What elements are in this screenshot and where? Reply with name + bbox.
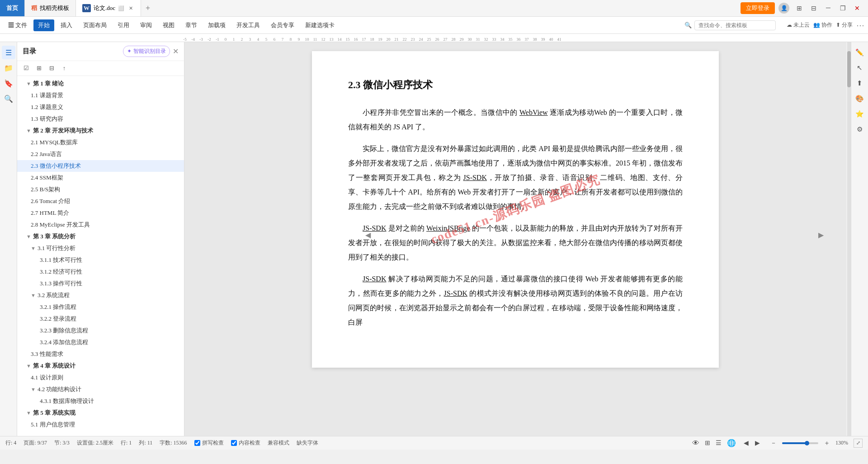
- toc-item-5-1[interactable]: 5.1 用户信息管理: [17, 419, 184, 431]
- next-page-button[interactable]: ▶: [753, 439, 762, 447]
- toc-move-up[interactable]: ↑: [59, 63, 70, 74]
- right-star-icon[interactable]: ⭐: [853, 107, 867, 121]
- toc-item-3-2-3[interactable]: 3.2.3 删除信息流程: [17, 325, 184, 336]
- toc-item-2-3[interactable]: 2.3 微信小程序技术: [17, 160, 184, 172]
- toc-item-2-8[interactable]: 2.8 MyEclipse 开发工具: [17, 219, 184, 231]
- status-view-grid[interactable]: ⊞: [705, 439, 710, 447]
- fullscreen-button[interactable]: ⤢: [854, 439, 863, 448]
- toc-item-ch3[interactable]: ▼ 第 3 章 系统分析: [17, 231, 184, 242]
- more-options-button[interactable]: ⋯: [856, 20, 864, 30]
- ai-toc-button[interactable]: ✦ 智能识别目录: [123, 46, 170, 57]
- doc-area[interactable]: ◀ code51.cn-源码乐园 盗图必究 2.3 微信小程序技术 小程序并非凭…: [184, 42, 846, 436]
- toc-item-3-1-2[interactable]: 3.1.2 经济可行性: [17, 266, 184, 278]
- prev-page-button[interactable]: ◀: [741, 439, 751, 447]
- ribbon-addons[interactable]: 加载项: [203, 19, 230, 31]
- ribbon-review[interactable]: 审阅: [136, 19, 156, 31]
- right-cursor-icon[interactable]: ↖: [853, 61, 867, 75]
- scrollbar-thumb[interactable]: [847, 51, 851, 87]
- ribbon-reference[interactable]: 引用: [113, 19, 134, 31]
- zoom-slider[interactable]: [782, 442, 818, 444]
- register-button[interactable]: 立即登录: [741, 2, 775, 14]
- scroll-right-button[interactable]: ▶: [818, 231, 824, 239]
- toc-item-3-2[interactable]: ▼ 3.2 系统流程: [17, 289, 184, 301]
- ribbon-newtab[interactable]: 新建选项卡: [301, 19, 339, 31]
- toc-item-ch4[interactable]: ▼ 第 4 章 系统设计: [17, 360, 184, 372]
- ribbon-view[interactable]: 视图: [158, 19, 179, 31]
- sidebar-toc-icon[interactable]: ☰: [2, 46, 15, 59]
- zoom-thumb[interactable]: [805, 441, 809, 445]
- ribbon-chapter[interactable]: 章节: [181, 19, 202, 31]
- toc-item-3-1-3[interactable]: 3.1.3 操作可行性: [17, 278, 184, 289]
- toc-item-3-3[interactable]: 3.3 性能需求: [17, 348, 184, 360]
- right-edit-icon[interactable]: ✏️: [853, 46, 867, 59]
- toc-item-2-5[interactable]: 2.5 B/S架构: [17, 184, 184, 195]
- toc-item-ch1[interactable]: ▼ 第 1 章 绪论: [17, 78, 184, 90]
- toc-item-2-2[interactable]: 2.2 Java语言: [17, 148, 184, 160]
- search-input[interactable]: [694, 20, 776, 30]
- toc-item-2-6[interactable]: 2.6 Tomcat 介绍: [17, 195, 184, 207]
- toc-close-button[interactable]: ✕: [173, 47, 179, 56]
- minimize-button[interactable]: ─: [822, 2, 835, 14]
- toc-item-4-1[interactable]: 4.1 设计原则: [17, 372, 184, 384]
- ribbon-vip[interactable]: 会员专享: [266, 19, 299, 31]
- add-tab-button[interactable]: +: [141, 1, 155, 15]
- toc-item-3-2-1[interactable]: 3.2.1 操作流程: [17, 301, 184, 313]
- vertical-scrollbar[interactable]: [847, 42, 851, 436]
- ribbon-insert[interactable]: 插入: [56, 19, 77, 31]
- share-button[interactable]: ⬆ 分享: [836, 21, 853, 29]
- toc-item-2-7[interactable]: 2.7 HTML 简介: [17, 207, 184, 219]
- ruler-mark: 24: [417, 37, 425, 42]
- toc-item-1-1[interactable]: 1.1 课题背景: [17, 90, 184, 101]
- doc-tab-close[interactable]: ✕: [127, 5, 134, 12]
- status-row: 行: 4: [5, 439, 16, 447]
- sidebar-bookmarks-icon[interactable]: 🔖: [2, 76, 15, 90]
- ruler-mark: 41: [555, 37, 563, 42]
- toc-item-2-1[interactable]: 2.1 MYSQL数据库: [17, 137, 184, 148]
- zoom-in-button[interactable]: ＋: [821, 439, 833, 448]
- toc-item-4-2[interactable]: ▼ 4.2 功能结构设计: [17, 384, 184, 395]
- content-check-toggle[interactable]: 内容检查: [231, 439, 260, 447]
- toc-item-1-3[interactable]: 1.3 研究内容: [17, 113, 184, 125]
- toc-item-3-1[interactable]: ▼ 3.1 可行性分析: [17, 242, 184, 254]
- toc-item-1-2[interactable]: 1.2 课题意义: [17, 101, 184, 113]
- window-grid-btn[interactable]: ⊟: [807, 2, 820, 14]
- content-check-checkbox[interactable]: [231, 440, 237, 446]
- ribbon-page-layout[interactable]: 页面布局: [79, 19, 111, 31]
- spell-check-toggle[interactable]: 拼写检查: [194, 439, 224, 447]
- view-icon[interactable]: 👁: [692, 439, 699, 447]
- close-button[interactable]: ✕: [851, 2, 863, 14]
- toc-collapse-all[interactable]: ⊟: [46, 63, 57, 74]
- toc-item-3-2-2[interactable]: 3.2.2 登录流程: [17, 313, 184, 325]
- globe-icon[interactable]: 🌐: [727, 439, 736, 447]
- right-arrow-icon[interactable]: ⬆: [853, 76, 867, 90]
- home-tab[interactable]: 首页: [0, 0, 25, 16]
- ribbon-file[interactable]: ☰ 文件: [4, 19, 32, 31]
- template-tab[interactable]: 稻 找稻壳模板: [25, 0, 76, 16]
- right-settings-icon[interactable]: ⚙: [853, 123, 867, 136]
- toc-item-ch2[interactable]: ▼ 第 2 章 开发环境与技术: [17, 125, 184, 137]
- right-palette-icon[interactable]: 🎨: [853, 92, 867, 105]
- toc-item-3-1-1[interactable]: 3.1.1 技术可行性: [17, 254, 184, 266]
- toc-item-ch5[interactable]: ▼ 第 5 章 系统实现: [17, 407, 184, 419]
- cloud-button[interactable]: ☁ 未上云: [787, 21, 810, 29]
- collab-button[interactable]: 👥 协作: [813, 21, 832, 29]
- doc-tab[interactable]: W 论文.doc ⬜ ✕: [76, 0, 141, 16]
- user-avatar[interactable]: 👤: [778, 3, 789, 14]
- toc-item-2-4[interactable]: 2.4 SSM框架: [17, 172, 184, 184]
- window-layout-btn[interactable]: ⊞: [793, 2, 806, 14]
- spell-check-checkbox[interactable]: [194, 440, 200, 446]
- toc-item-3-2-4[interactable]: 3.2.4 添加信息流程: [17, 336, 184, 348]
- scroll-left-button[interactable]: ◀: [365, 231, 371, 239]
- ribbon-devtools[interactable]: 开发工具: [232, 19, 264, 31]
- ruler-mark: 23: [409, 37, 417, 42]
- sidebar-files-icon[interactable]: 📁: [2, 61, 15, 75]
- ribbon-start[interactable]: 开始: [33, 19, 54, 31]
- status-view-list[interactable]: ☰: [716, 439, 722, 447]
- toc-item-4-3-1[interactable]: 4.3.1 数据库物理设计: [17, 395, 184, 407]
- zoom-out-button[interactable]: －: [768, 439, 779, 448]
- sidebar-search-icon[interactable]: 🔍: [2, 92, 15, 105]
- toc-expand-all[interactable]: ⊞: [33, 63, 44, 74]
- restore-button[interactable]: ❐: [836, 2, 849, 14]
- toc-check-all[interactable]: ☑: [21, 63, 32, 74]
- ruler-mark: 17: [360, 37, 368, 42]
